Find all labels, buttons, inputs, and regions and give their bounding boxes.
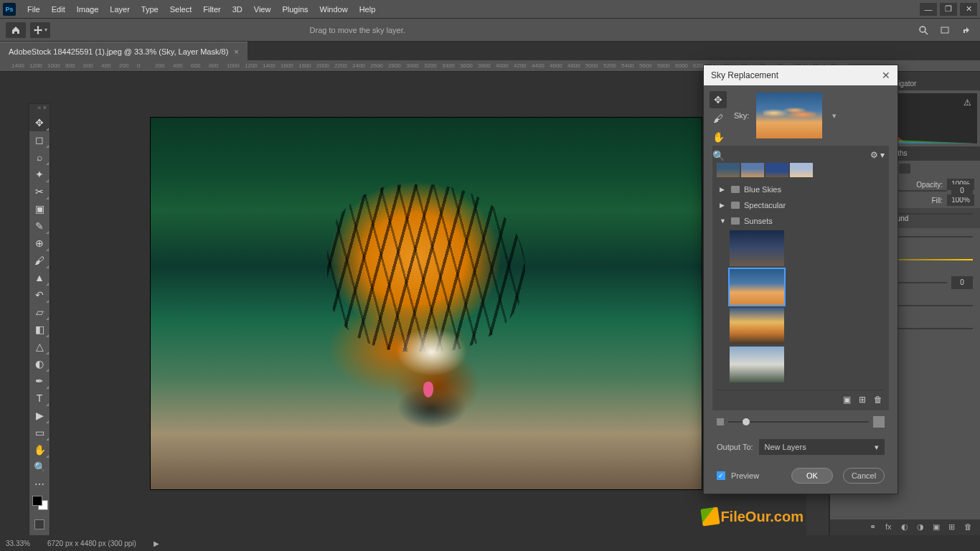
edit-toolbar[interactable]: ⋯ xyxy=(29,476,50,493)
sky-zoom-tool[interactable]: 🔍 xyxy=(710,147,727,164)
recent-sky-thumb[interactable] xyxy=(790,163,813,177)
shape-tool[interactable]: ▭ xyxy=(29,424,50,441)
chevron-down-icon[interactable]: ▾ xyxy=(832,111,837,121)
canvas-image[interactable] xyxy=(150,117,702,490)
folder-blue-skies[interactable]: ▶ Blue Skies xyxy=(717,182,885,197)
slider-value[interactable]: 0 xyxy=(951,276,973,289)
output-select[interactable]: New Layers ▾ xyxy=(759,439,885,455)
adjustment-layer-icon[interactable]: ◑ xyxy=(917,522,927,532)
menu-select[interactable]: Select xyxy=(164,2,198,17)
sky-preview-thumbnail[interactable] xyxy=(756,93,822,138)
menu-view[interactable]: View xyxy=(248,2,277,17)
menu-help[interactable]: Help xyxy=(354,2,382,17)
close-button[interactable]: ✕ xyxy=(960,3,977,16)
menu-type[interactable]: Type xyxy=(136,2,164,17)
pen-tool[interactable]: ✒ xyxy=(29,372,50,390)
chevron-right-icon[interactable]: ▶ xyxy=(154,540,159,547)
fx-icon[interactable]: fx xyxy=(885,522,895,532)
sky-brush-tool[interactable]: 🖌 xyxy=(710,110,727,127)
quick-select-tool[interactable]: ✦ xyxy=(29,166,50,183)
share-icon[interactable] xyxy=(958,22,974,38)
filter-smart-icon[interactable] xyxy=(899,164,910,174)
options-bar: ▾ Drag to move the sky layer. xyxy=(0,19,980,42)
group-icon[interactable]: ▣ xyxy=(933,522,943,532)
toolbox-header[interactable]: « × xyxy=(29,104,50,114)
brush-tool[interactable]: 🖌 xyxy=(29,252,50,269)
ruler-tick: 5600 xyxy=(639,62,657,69)
ruler-tick: 1200 xyxy=(29,62,47,69)
dialog-close-button[interactable]: ✕ xyxy=(882,70,890,81)
menu-edit[interactable]: Edit xyxy=(46,2,71,17)
ruler-tick: 3200 xyxy=(424,62,442,69)
sky-thumbnail-selected[interactable] xyxy=(730,269,784,305)
menu-image[interactable]: Image xyxy=(71,2,105,17)
quick-mask-toggle[interactable] xyxy=(29,517,50,532)
document-tab[interactable]: AdobeStock 184425591 (1).jpeg @ 33.3% (S… xyxy=(0,42,248,60)
eraser-tool[interactable]: ▱ xyxy=(29,303,50,321)
color-swatches[interactable] xyxy=(29,493,50,513)
delete-preset-icon[interactable]: 🗑 xyxy=(873,395,883,405)
menu-plugins[interactable]: Plugins xyxy=(276,2,314,17)
size-slider-track[interactable] xyxy=(728,421,869,423)
folder-sunsets[interactable]: ▼ Sunsets xyxy=(717,213,885,229)
ok-button[interactable]: OK xyxy=(791,468,833,484)
delete-icon[interactable]: 🗑 xyxy=(964,522,974,532)
screen-mode-icon[interactable] xyxy=(937,22,953,38)
folder-spectacular[interactable]: ▶ Spectacular xyxy=(717,197,885,213)
recent-skies xyxy=(717,163,885,177)
mask-icon[interactable]: ◐ xyxy=(901,522,911,532)
ruler-tick: 600 xyxy=(191,62,209,69)
document-dimensions[interactable]: 6720 px x 4480 px (300 ppi) xyxy=(47,540,136,547)
dialog-titlebar[interactable]: Sky Replacement ✕ xyxy=(704,65,897,85)
minimize-button[interactable]: — xyxy=(920,3,937,16)
new-layer-icon[interactable]: ⊞ xyxy=(948,522,958,532)
crop-tool[interactable]: ✂ xyxy=(29,183,50,200)
healing-tool[interactable]: ⊕ xyxy=(29,235,50,252)
path-select-tool[interactable]: ▶ xyxy=(29,407,50,424)
recent-sky-thumb[interactable] xyxy=(741,163,764,177)
zoom-tool[interactable]: 🔍 xyxy=(29,458,50,476)
link-layers-icon[interactable]: ⚭ xyxy=(870,522,880,532)
import-icon[interactable]: ▣ xyxy=(842,395,852,405)
gear-icon[interactable]: ⚙ ▾ xyxy=(870,150,885,160)
chevron-down-icon: ▾ xyxy=(875,443,879,452)
type-tool[interactable]: T xyxy=(29,390,50,407)
document-tab-close[interactable]: × xyxy=(234,47,238,56)
menu-filter[interactable]: Filter xyxy=(197,2,226,17)
ruler-tick: 3800 xyxy=(478,62,496,69)
slider-value[interactable]: 0 xyxy=(951,184,973,197)
hand-tool[interactable]: ✋ xyxy=(29,441,50,458)
preview-label: Preview xyxy=(731,471,759,480)
lasso-tool[interactable]: ⌕ xyxy=(29,149,50,166)
search-icon[interactable] xyxy=(915,22,931,38)
stamp-tool[interactable]: ▲ xyxy=(29,269,50,286)
recent-sky-thumb[interactable] xyxy=(765,163,788,177)
size-slider-knob[interactable] xyxy=(743,418,750,425)
eyedropper-tool[interactable]: ✎ xyxy=(29,217,50,235)
new-preset-icon[interactable]: ⊞ xyxy=(857,395,867,405)
menu-window[interactable]: Window xyxy=(314,2,354,17)
history-brush-tool[interactable]: ↶ xyxy=(29,286,50,303)
sky-thumbnail[interactable] xyxy=(730,347,784,382)
menu-file[interactable]: File xyxy=(22,2,46,17)
preview-checkbox[interactable]: ✓ xyxy=(717,471,725,480)
menu-3d[interactable]: 3D xyxy=(227,2,248,17)
ruler-tick: 1800 xyxy=(298,62,316,69)
gradient-tool[interactable]: ◧ xyxy=(29,321,50,338)
dodge-tool[interactable]: ◐ xyxy=(29,355,50,372)
cancel-button[interactable]: Cancel xyxy=(843,468,885,484)
blur-tool[interactable]: △ xyxy=(29,338,50,355)
move-tool-indicator[interactable]: ▾ xyxy=(30,22,50,38)
menu-layer[interactable]: Layer xyxy=(104,2,136,17)
sky-thumbnail[interactable] xyxy=(730,230,784,266)
zoom-level[interactable]: 33.33% xyxy=(6,540,30,547)
frame-tool[interactable]: ▣ xyxy=(29,200,50,217)
move-tool[interactable]: ✥ xyxy=(29,114,50,131)
foreground-color[interactable] xyxy=(32,496,42,506)
marquee-tool[interactable]: ◻ xyxy=(29,131,50,149)
restore-button[interactable]: ❐ xyxy=(940,3,957,16)
home-button[interactable] xyxy=(6,22,26,38)
sky-thumbnail[interactable] xyxy=(730,308,784,344)
sky-hand-tool[interactable]: ✋ xyxy=(710,128,727,146)
sky-move-tool[interactable]: ✥ xyxy=(710,91,727,108)
